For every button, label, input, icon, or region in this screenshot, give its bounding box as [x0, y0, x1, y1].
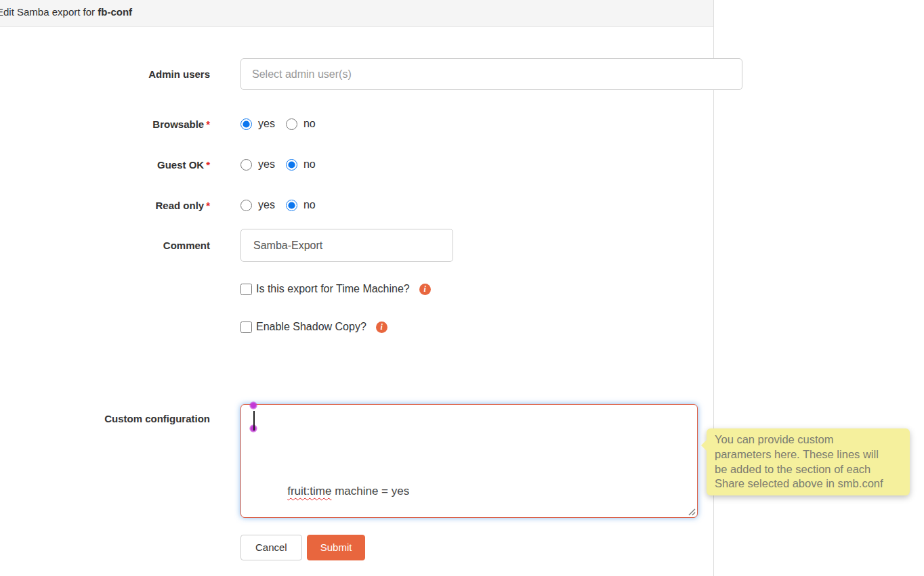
admin-users-input[interactable] — [240, 58, 742, 90]
guest-ok-label: Guest OK* — [0, 159, 210, 171]
read-only-yes-radio[interactable] — [240, 200, 252, 211]
comment-row: Comment — [0, 229, 745, 262]
custom-config-row: Custom configuration fruit:time machine … — [0, 404, 745, 518]
page: Edit Samba export for fb-conf Admin user… — [0, 0, 924, 576]
browsable-yes-radio[interactable] — [240, 118, 252, 130]
browsable-no-radio[interactable] — [286, 118, 297, 130]
read-only-yes-label[interactable]: yes — [258, 199, 275, 211]
custom-config-text-rest: machine = yes — [331, 485, 409, 497]
required-asterisk: * — [206, 200, 210, 211]
info-icon[interactable] — [376, 322, 387, 333]
custom-config-label: Custom configuration — [0, 404, 210, 424]
time-machine-row: Is this export for Time Machine? — [240, 282, 745, 296]
read-only-no-radio[interactable] — [286, 200, 297, 211]
browsable-yes-label[interactable]: yes — [258, 118, 275, 130]
submit-button[interactable]: Submit — [307, 535, 366, 560]
admin-users-row: Admin users — [0, 58, 745, 90]
custom-config-text-misspelled: fruit:time — [287, 485, 331, 497]
text-selection-handle-top[interactable] — [249, 401, 257, 409]
read-only-label: Read only* — [0, 200, 210, 211]
required-asterisk: * — [206, 118, 210, 130]
page-title: Edit Samba export for fb-conf — [0, 0, 713, 18]
custom-config-textarea[interactable]: fruit:time machine = yes — [240, 404, 698, 518]
tooltip-line: You can provide custom — [715, 433, 902, 447]
shadow-copy-row: Enable Shadow Copy? — [240, 320, 745, 334]
comment-label: Comment — [0, 240, 210, 251]
read-only-no-label[interactable]: no — [303, 199, 316, 211]
shadow-copy-checkbox-label[interactable]: Enable Shadow Copy? — [256, 321, 366, 333]
browsable-no-label[interactable]: no — [303, 118, 316, 130]
text-caret — [253, 411, 255, 430]
info-icon[interactable] — [419, 284, 431, 295]
shadow-copy-checkbox[interactable] — [240, 322, 252, 333]
share-name: fb-conf — [98, 6, 132, 18]
page-header: Edit Samba export for fb-conf — [0, 0, 713, 27]
guest-ok-radio-group: yes no — [240, 158, 316, 171]
comment-input[interactable] — [240, 229, 453, 262]
admin-users-label: Admin users — [0, 68, 210, 80]
form-actions: Cancel Submit — [240, 535, 745, 560]
samba-export-form: Admin users Browsable* yes no Guest OK* … — [0, 27, 745, 560]
textarea-resize-grip-icon[interactable] — [686, 506, 696, 516]
tooltip-line: parameters here. These lines will — [715, 447, 902, 462]
tooltip-line: Share selected above in smb.conf — [715, 477, 902, 491]
required-asterisk: * — [206, 159, 210, 171]
guest-ok-yes-radio[interactable] — [240, 159, 252, 171]
guest-ok-yes-label[interactable]: yes — [258, 158, 275, 171]
read-only-row: Read only* yes no — [0, 198, 745, 212]
read-only-radio-group: yes no — [240, 199, 316, 211]
browsable-label: Browsable* — [0, 118, 210, 130]
page-title-prefix: Edit Samba export for — [0, 6, 98, 18]
cancel-button[interactable]: Cancel — [240, 535, 302, 560]
guest-ok-row: Guest OK* yes no — [0, 158, 745, 171]
guest-ok-no-label[interactable]: no — [303, 158, 316, 171]
time-machine-checkbox-label[interactable]: Is this export for Time Machine? — [256, 283, 410, 295]
guest-ok-no-radio[interactable] — [286, 159, 297, 171]
browsable-row: Browsable* yes no — [0, 117, 745, 131]
browsable-radio-group: yes no — [240, 118, 316, 130]
tooltip-line: be added to the section of each — [715, 462, 902, 477]
custom-config-tooltip: You can provide custom parameters here. … — [707, 428, 910, 495]
time-machine-checkbox[interactable] — [240, 284, 252, 295]
